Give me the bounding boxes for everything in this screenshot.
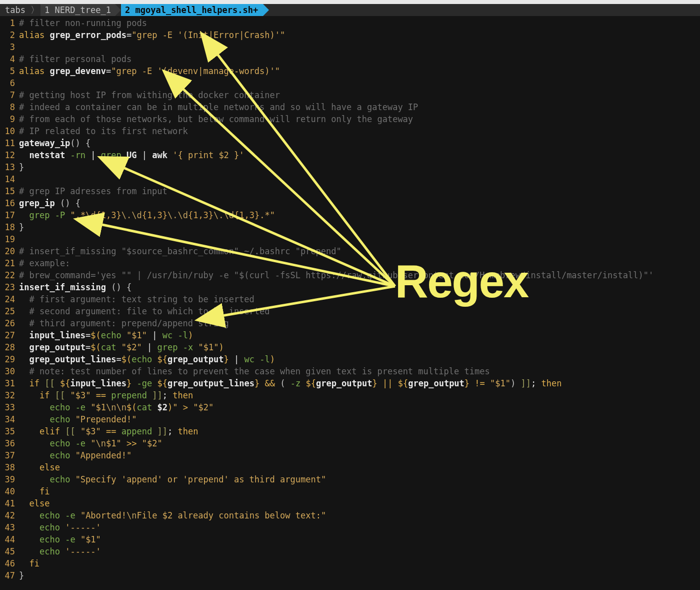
tabline-label: tabs	[1, 4, 30, 16]
code-line[interactable]: netstat -rn | grep UG | awk '{ print $2 …	[19, 149, 700, 161]
code-line[interactable]: echo '-----'	[19, 521, 700, 533]
code-line[interactable]: echo "Specify 'append' or 'prepend' as t…	[19, 473, 700, 485]
code-line[interactable]: # first argument: text string to be inse…	[19, 293, 700, 305]
code-line[interactable]: echo '-----'	[19, 545, 700, 557]
code-line[interactable]: # IP related to its first network	[19, 125, 700, 137]
code-line[interactable]: echo -e "$1\n\n$(cat $2)" > "$2"	[19, 401, 700, 413]
code-line[interactable]: # indeed a container can be in multiple …	[19, 101, 700, 113]
code-line[interactable]: # filter non-running pods	[19, 17, 700, 29]
line-number: 12	[0, 149, 19, 161]
line-number: 34	[0, 413, 19, 425]
line-number: 22	[0, 269, 19, 281]
line-number: 24	[0, 293, 19, 305]
line-number: 4	[0, 53, 19, 65]
line-number: 18	[0, 221, 19, 233]
editor-viewport[interactable]: 1234567891011121314151617181920212223242…	[0, 16, 700, 590]
code-line[interactable]: echo "Prepended!"	[19, 413, 700, 425]
code-line[interactable]	[19, 233, 700, 245]
window-chrome	[0, 0, 700, 4]
code-line[interactable]: # from each of those networks, but below…	[19, 113, 700, 125]
code-line[interactable]: # grep IP adresses from input	[19, 185, 700, 197]
code-line[interactable]: # getting host IP from withing the docke…	[19, 89, 700, 101]
code-line[interactable]: input_lines=$(echo "$1" | wc -l)	[19, 329, 700, 341]
code-line[interactable]: # note: test number of lines to prevent …	[19, 365, 700, 377]
line-number: 21	[0, 257, 19, 269]
code-line[interactable]	[19, 77, 700, 89]
line-number: 32	[0, 389, 19, 401]
line-number: 14	[0, 173, 19, 185]
code-line[interactable]: # filter personal pods	[19, 53, 700, 65]
line-number: 43	[0, 521, 19, 533]
code-line[interactable]: grep_output_lines=$(echo ${grep_output} …	[19, 353, 700, 365]
line-number: 36	[0, 437, 19, 449]
line-number: 16	[0, 197, 19, 209]
line-number: 20	[0, 245, 19, 257]
line-number: 47	[0, 569, 19, 581]
line-number: 6	[0, 77, 19, 89]
code-line[interactable]: grep_output=$(cat "$2" | grep -x "$1")	[19, 341, 700, 353]
line-number: 28	[0, 341, 19, 353]
code-line[interactable]: # second argument: file to which to be i…	[19, 305, 700, 317]
tab-nerdtree[interactable]: 1 NERD_tree_1	[40, 4, 115, 16]
line-number: 5	[0, 65, 19, 77]
code-line[interactable]: if [[ "$3" == prepend ]]; then	[19, 389, 700, 401]
line-number: 9	[0, 113, 19, 125]
code-line[interactable]: echo "Appended!"	[19, 449, 700, 461]
line-number: 33	[0, 401, 19, 413]
line-number: 23	[0, 281, 19, 293]
line-number: 41	[0, 497, 19, 509]
line-number: 3	[0, 41, 19, 53]
code-line[interactable]: insert_if_missing () {	[19, 281, 700, 293]
code-line[interactable]: elif [[ "$3" == append ]]; then	[19, 425, 700, 437]
line-number: 1	[0, 17, 19, 29]
line-number: 10	[0, 125, 19, 137]
code-content[interactable]: # filter non-running podsalias grep_erro…	[19, 16, 700, 590]
code-line[interactable]: # example:	[19, 257, 700, 269]
code-line[interactable]: }	[19, 221, 700, 233]
code-line[interactable]: }	[19, 161, 700, 173]
line-number: 25	[0, 305, 19, 317]
code-line[interactable]	[19, 41, 700, 53]
line-number: 27	[0, 329, 19, 341]
line-number: 39	[0, 473, 19, 485]
code-line[interactable]: fi	[19, 485, 700, 497]
code-line[interactable]: # insert_if_missing "$source_bashrc_comm…	[19, 245, 700, 257]
line-number: 44	[0, 533, 19, 545]
tab-current-file[interactable]: 2 mgoyal_shell_helpers.sh+	[121, 4, 263, 16]
code-line[interactable]: fi	[19, 557, 700, 569]
line-number: 8	[0, 101, 19, 113]
line-number: 46	[0, 557, 19, 569]
line-number: 2	[0, 29, 19, 41]
code-line[interactable]: gateway_ip() {	[19, 137, 700, 149]
code-line[interactable]: else	[19, 497, 700, 509]
line-number: 31	[0, 377, 19, 389]
line-number: 29	[0, 353, 19, 365]
code-line[interactable]: if [[ ${input_lines} -ge ${grep_output_l…	[19, 377, 700, 389]
line-number: 7	[0, 89, 19, 101]
line-number: 30	[0, 365, 19, 377]
line-number: 38	[0, 461, 19, 473]
line-number: 42	[0, 509, 19, 521]
code-line[interactable]: alias grep_devenv="grep -E '(devenv|mana…	[19, 65, 700, 77]
line-number: 45	[0, 545, 19, 557]
code-line[interactable]: else	[19, 461, 700, 473]
line-number: 11	[0, 137, 19, 149]
line-number: 26	[0, 317, 19, 329]
code-line[interactable]: # third argument: prepend/append string	[19, 317, 700, 329]
line-number: 40	[0, 485, 19, 497]
line-number: 37	[0, 449, 19, 461]
code-line[interactable]: echo -e "$1"	[19, 533, 700, 545]
tab-bar: tabs 〉 1 NERD_tree_1 2 mgoyal_shell_help…	[0, 4, 700, 16]
code-line[interactable]: grep_ip () {	[19, 197, 700, 209]
code-line[interactable]: echo -e "Aborted!\nFile $2 already conta…	[19, 509, 700, 521]
code-line[interactable]: # brew_command='yes "" | /usr/bin/ruby -…	[19, 269, 700, 281]
line-number: 17	[0, 209, 19, 221]
line-number: 19	[0, 233, 19, 245]
code-line[interactable]	[19, 173, 700, 185]
line-number: 15	[0, 185, 19, 197]
code-line[interactable]: grep -P ".*\d{1,3}\.\d{1,3}\.\d{1,3}\.\d…	[19, 209, 700, 221]
line-number-gutter: 1234567891011121314151617181920212223242…	[0, 16, 19, 590]
code-line[interactable]: echo -e "\n$1" >> "$2"	[19, 437, 700, 449]
code-line[interactable]: alias grep_error_pods="grep -E '(Init|Er…	[19, 29, 700, 41]
code-line[interactable]: }	[19, 569, 700, 581]
